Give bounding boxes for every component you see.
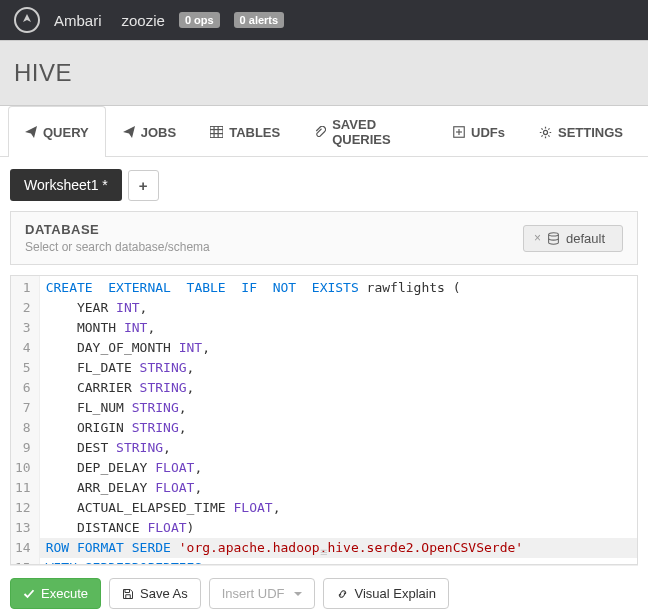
- tab-label: TABLES: [229, 125, 280, 140]
- code-content[interactable]: CREATE EXTERNAL TABLE IF NOT EXISTS rawf…: [40, 276, 637, 565]
- database-icon: [547, 232, 560, 245]
- alerts-badge[interactable]: 0 alerts: [234, 12, 285, 28]
- plus-square-icon: [453, 126, 465, 138]
- execute-button[interactable]: Execute: [10, 578, 101, 609]
- tab-label: UDFs: [471, 125, 505, 140]
- send-icon: [25, 126, 37, 138]
- resize-grip[interactable]: ≡: [320, 542, 328, 562]
- caret-down-icon: [294, 592, 302, 596]
- database-title: DATABASE: [25, 222, 210, 237]
- database-panel: DATABASE Select or search database/schem…: [10, 211, 638, 265]
- tab-label: QUERY: [43, 125, 89, 140]
- button-label: Execute: [41, 586, 88, 601]
- save-icon: [122, 588, 134, 600]
- page-title: HIVE: [14, 59, 634, 87]
- insert-udf-button[interactable]: Insert UDF: [209, 578, 315, 609]
- database-selector[interactable]: × default: [523, 225, 623, 252]
- database-info: DATABASE Select or search database/schem…: [25, 222, 210, 254]
- tab-settings[interactable]: SETTINGS: [522, 106, 640, 157]
- worksheet-tabs: Worksheet1 * +: [10, 169, 638, 201]
- paperclip-icon: [314, 126, 326, 139]
- button-label: Insert UDF: [222, 586, 285, 601]
- svg-point-8: [543, 130, 547, 134]
- svg-rect-0: [210, 126, 223, 137]
- logo-icon: [19, 12, 35, 28]
- tab-saved-queries[interactable]: SAVED QUERIES: [297, 106, 436, 157]
- add-worksheet-button[interactable]: +: [128, 170, 159, 201]
- top-navbar: Ambari zoozie 0 ops 0 alerts: [0, 0, 648, 40]
- tab-tables[interactable]: TABLES: [193, 106, 297, 157]
- tab-label: SETTINGS: [558, 125, 623, 140]
- save-as-button[interactable]: Save As: [109, 578, 201, 609]
- ops-badge[interactable]: 0 ops: [179, 12, 220, 28]
- tab-query[interactable]: QUERY: [8, 106, 106, 157]
- check-icon: [23, 588, 35, 600]
- sql-editor[interactable]: 123456789101112131415 CREATE EXTERNAL TA…: [10, 275, 638, 565]
- button-label: Save As: [140, 586, 188, 601]
- tab-label: JOBS: [141, 125, 176, 140]
- send-icon: [123, 126, 135, 138]
- tab-jobs[interactable]: JOBS: [106, 106, 193, 157]
- link-icon: [336, 588, 349, 600]
- page-header: HIVE: [0, 40, 648, 106]
- line-gutter: 123456789101112131415: [11, 276, 40, 565]
- tab-udfs[interactable]: UDFs: [436, 106, 522, 157]
- brand-label[interactable]: Ambari: [54, 12, 102, 29]
- button-label: Visual Explain: [355, 586, 436, 601]
- content-area: Worksheet1 * + DATABASE Select or search…: [0, 157, 648, 612]
- tab-label: SAVED QUERIES: [332, 117, 419, 147]
- table-icon: [210, 126, 223, 138]
- visual-explain-button[interactable]: Visual Explain: [323, 578, 449, 609]
- selected-database: default: [566, 231, 605, 246]
- close-icon[interactable]: ×: [534, 231, 541, 245]
- gear-icon: [539, 126, 552, 139]
- main-tabs: QUERY JOBS TABLES SAVED QUERIES UDFs SET…: [0, 106, 648, 157]
- cluster-name[interactable]: zoozie: [122, 12, 165, 29]
- ambari-logo[interactable]: [14, 7, 40, 33]
- svg-point-9: [549, 232, 559, 235]
- database-hint: Select or search database/schema: [25, 240, 210, 254]
- editor-toolbar: Execute Save As Insert UDF Visual Explai…: [10, 565, 638, 612]
- worksheet-tab-active[interactable]: Worksheet1 *: [10, 169, 122, 201]
